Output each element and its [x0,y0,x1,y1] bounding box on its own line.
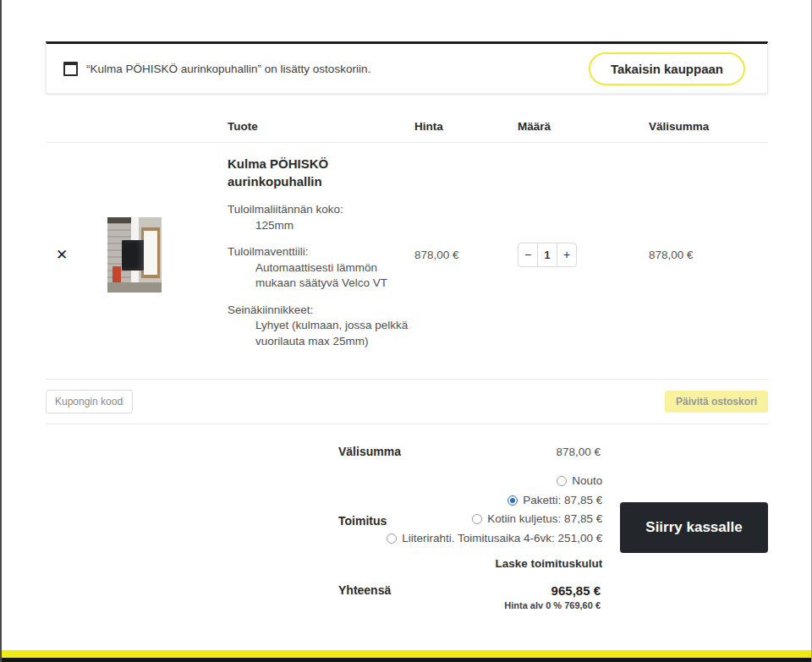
header-subtotal: Välisumma [649,120,768,133]
subtotal-row: Välisumma 878,00 € [338,445,601,458]
page-content: “Kulma PÖHISKÖ aurinkopuhallin” on lisät… [46,0,768,610]
cart-page: { "notice": { "message": "“Kulma PÖHISKÖ… [0,0,812,662]
quantity-increase-button[interactable]: + [557,243,577,267]
quantity-decrease-button[interactable]: − [518,243,538,267]
back-to-shop-button[interactable]: Takaisin kauppaan [589,52,745,85]
cart-item-row: ✕ Kulma PÖHISKÖ aurinkopuhallin Tuloilma… [46,143,768,380]
attribute: Tuloilmaliitännän koko: 125mm [228,202,414,233]
header-quantity: Määrä [518,120,649,133]
update-cart-button[interactable]: Päivitä ostoskori [665,391,768,413]
shipping-option-paketti[interactable]: Paketti: 87,85 € [387,491,602,511]
shipping-row: Toimitus Nouto Paketti: 87,85 € Kotiin k… [338,472,601,570]
checkout-button[interactable]: Siirry kassalle [620,502,768,553]
shipping-option-kotiin-kuljetus[interactable]: Kotiin kuljetus: 87,85 € [387,510,602,529]
shipping-options: Nouto Paketti: 87,85 € Kotiin kuljetus: … [387,472,602,570]
cart-table-header: Tuote Hinta Määrä Välisumma [46,111,768,143]
notice-message: “Kulma PÖHISKÖ aurinkopuhallin” on lisät… [86,63,370,75]
shipping-option-nouto[interactable]: Nouto [387,472,602,491]
total-value: 965,85 € [504,583,601,598]
product-image[interactable] [107,217,162,293]
attribute-value: Automaattisesti lämmön mukaan säätyvä Ve… [228,260,414,292]
attribute-label: Tuloilmaventtiili: [228,244,414,260]
header-price: Hinta [414,120,518,133]
added-to-cart-notice: “Kulma PÖHISKÖ aurinkopuhallin” on lisät… [46,41,768,94]
bottom-dark-strip [2,658,812,662]
radio-icon[interactable] [508,495,518,506]
attribute: Tuloilmaventtiili: Automaattisesti lämmö… [228,244,414,292]
quantity-stepper: − + [518,243,649,267]
attribute: Seinäkiinnikkeet: Lyhyet (kulmaan, jossa… [228,303,414,350]
product-attributes: Tuloilmaliitännän koko: 125mm Tuloilmave… [228,202,414,349]
item-subtotal: 878,00 € [649,249,768,261]
attribute-label: Tuloilmaliitännän koko: [228,202,414,218]
product-name-link[interactable]: Kulma PÖHISKÖ aurinkopuhallin [228,155,363,190]
radio-icon[interactable] [387,533,397,544]
cart-totals: Välisumma 878,00 € Toimitus Nouto Pakett… [46,424,768,610]
total-label: Yhteensä [338,583,391,610]
remove-item-icon[interactable]: ✕ [46,247,68,263]
attribute-value: Lyhyet (kulmaan, jossa pelkkä vuorilauta… [228,318,414,349]
subtotal-value: 878,00 € [556,446,601,458]
shipping-label: Toimitus [338,514,387,528]
attribute-label: Seinäkiinnikkeet: [228,303,414,319]
bottom-yellow-strip [2,650,812,658]
calculate-shipping-link[interactable]: Laske toimituskulut [387,557,602,570]
quantity-input[interactable] [537,243,557,267]
total-row: Yhteensä 965,85 € Hinta alv 0 % 769,60 € [338,583,601,610]
radio-icon[interactable] [472,514,482,524]
window-icon [63,62,78,76]
item-price: 878,00 € [414,249,518,261]
subtotal-label: Välisumma [338,445,401,458]
header-product: Tuote [228,120,414,133]
radio-icon[interactable] [557,476,567,486]
coupon-code-input[interactable] [46,390,133,413]
tax-note: Hinta alv 0 % 769,60 € [504,600,601,610]
attribute-value: 125mm [228,218,414,234]
shipping-option-liiterirahti[interactable]: Liiterirahti. Toimitusaika 4-6vk: 251,00… [387,529,602,549]
coupon-row: Päivitä ostoskori [46,380,768,424]
